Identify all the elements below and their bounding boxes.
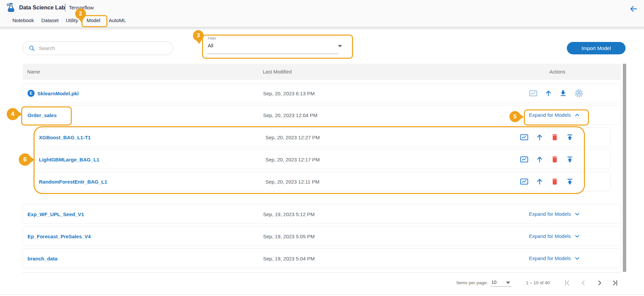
child-model-row: LightGBMLarge_BAG_L1 Sep, 20, 2023 12:17… — [33, 150, 611, 169]
expand-for-models-button[interactable]: Expand for Models — [529, 255, 581, 262]
chevron-down-icon — [574, 233, 581, 240]
next-page-button[interactable] — [596, 279, 604, 287]
metrics-chart-icon[interactable] — [529, 89, 538, 98]
column-header-last-modified: Last Modified — [263, 64, 292, 80]
last-page-button[interactable] — [611, 279, 619, 287]
dropdown-caret-icon — [338, 45, 342, 47]
table-row: Ep_Forecast_PreSales_V4 Sep, 19, 2023 5:… — [22, 226, 621, 246]
table-header: Name Last Modified Actions — [22, 64, 621, 80]
metrics-chart-icon[interactable] — [520, 133, 529, 142]
table-row: Order_sales Sep, 20, 2023 12:04 PM Expan… — [22, 105, 621, 125]
model-name-link[interactable]: SklearnModel.pkl — [37, 90, 79, 96]
metrics-chart-icon[interactable] — [520, 177, 529, 186]
annotation-step-badge: 2 — [75, 8, 86, 19]
app-title: Data Science Lab — [19, 4, 65, 11]
search-icon — [29, 45, 35, 52]
expand-for-models-label: Expand for Models — [529, 233, 571, 239]
tab-dataset[interactable]: Dataset — [41, 17, 59, 23]
move-to-top-icon[interactable] — [566, 155, 574, 163]
previous-page-button[interactable] — [579, 279, 587, 287]
last-modified-value: Sep, 19, 2023 5:12 PM — [263, 211, 314, 217]
model-name-link[interactable]: Order_sales — [28, 112, 57, 118]
table-row: Exp_WF_UPL_Seed_V1 Sep, 19, 2023 5:12 PM… — [22, 204, 621, 224]
search-input[interactable] — [38, 45, 164, 51]
app-header: Data Science Lab Tensorflow Notebook Dat… — [0, 0, 644, 27]
import-model-button[interactable]: Import Model — [567, 42, 626, 54]
tab-automl[interactable]: AutoML — [109, 17, 126, 23]
table-row: E SklearnModel.pkl Sep, 20, 2023 6:13 PM — [22, 83, 621, 103]
pagination-range: 1 – 10 of 40 — [526, 280, 550, 285]
filter-label: Filter — [208, 36, 216, 40]
delete-icon[interactable] — [551, 155, 559, 163]
model-management-page: Data Science Lab Tensorflow Notebook Dat… — [0, 0, 644, 296]
chevron-up-icon — [574, 112, 581, 118]
api-deploy-icon[interactable] — [574, 88, 584, 98]
model-type-badge: E — [28, 90, 35, 97]
chevron-down-icon — [574, 211, 581, 217]
vertical-scrollbar[interactable] — [623, 64, 626, 272]
annotation-step-badge: 5 — [509, 111, 521, 122]
annotation-step-badge: 6 — [19, 153, 31, 166]
column-header-name: Name — [27, 64, 40, 80]
back-arrow-icon[interactable] — [629, 4, 638, 13]
expand-for-models-button[interactable]: Expand for Models — [529, 112, 581, 118]
tab-utility[interactable]: Utility — [66, 17, 78, 23]
dropdown-caret-icon — [506, 282, 510, 284]
search-box[interactable] — [22, 41, 173, 55]
expand-for-models-label: Expand for Models — [529, 112, 571, 118]
child-model-row: XGBoost_BAG_L1-T1 Sep, 20, 2023 12:27 PM — [33, 128, 611, 147]
last-modified-value: Sep, 20, 2023 12:11 PM — [265, 179, 319, 185]
expand-for-models-label: Expand for Models — [529, 255, 571, 261]
items-per-page-select[interactable]: 10 — [491, 279, 511, 287]
promote-up-icon[interactable] — [536, 133, 544, 141]
filter-select[interactable]: Filter All — [207, 36, 339, 54]
move-to-top-icon[interactable] — [566, 133, 574, 141]
last-modified-value: Sep, 19, 2023 5:05 PM — [263, 233, 314, 239]
promote-up-icon[interactable] — [536, 155, 544, 163]
model-name-link[interactable]: Exp_WF_UPL_Seed_V1 — [28, 211, 84, 217]
last-modified-value: Sep, 20, 2023 12:04 PM — [263, 112, 317, 118]
expand-for-models-button[interactable]: Expand for Models — [529, 211, 581, 217]
promote-up-icon[interactable] — [544, 89, 552, 97]
annotation-step-badge: 3 — [193, 30, 204, 41]
items-per-page-label: Items per page: — [456, 280, 488, 285]
filter-value: All — [208, 43, 213, 48]
column-header-actions: Actions — [549, 64, 565, 80]
delete-icon[interactable] — [551, 178, 559, 186]
model-name-link[interactable]: RandomForestEntr_BAG_L1 — [39, 179, 107, 185]
first-page-button[interactable] — [563, 279, 571, 287]
page-bottom-edge — [0, 294, 644, 295]
annotation-step-badge: 4 — [7, 108, 19, 120]
items-per-page-value: 10 — [491, 280, 497, 285]
filter-underline — [207, 54, 339, 54]
last-modified-value: Sep, 20, 2023 6:13 PM — [263, 90, 314, 96]
download-icon[interactable] — [559, 89, 567, 97]
tab-notebook[interactable]: Notebook — [12, 17, 34, 23]
table-bottom-divider — [22, 273, 621, 273]
promote-up-icon[interactable] — [536, 178, 544, 186]
expand-for-models-label: Expand for Models — [529, 211, 571, 217]
child-model-row: RandomForestEntr_BAG_L1 Sep, 20, 2023 12… — [33, 172, 611, 191]
table-row: branch_data Sep, 19, 2023 5:04 PM Expand… — [22, 248, 621, 268]
expand-for-models-button[interactable]: Expand for Models — [529, 233, 581, 240]
app-logo-flask-icon — [6, 2, 16, 13]
last-modified-value: Sep, 20, 2023 12:17 PM — [265, 157, 320, 162]
header-shadow — [0, 27, 644, 31]
header-divider — [65, 4, 65, 11]
model-name-link[interactable]: XGBoost_BAG_L1-T1 — [39, 135, 91, 140]
tab-model[interactable]: Model — [87, 17, 100, 23]
last-modified-value: Sep, 19, 2023 5:04 PM — [263, 255, 314, 261]
metrics-chart-icon[interactable] — [520, 155, 529, 164]
last-modified-value: Sep, 20, 2023 12:27 PM — [265, 135, 320, 140]
model-name-link[interactable]: Ep_Forecast_PreSales_V4 — [28, 233, 91, 239]
model-name-link[interactable]: LightGBMLarge_BAG_L1 — [39, 157, 99, 162]
delete-icon[interactable] — [551, 133, 559, 141]
chevron-down-icon — [574, 255, 581, 262]
model-name-link[interactable]: branch_data — [28, 255, 57, 261]
move-to-top-icon[interactable] — [566, 178, 574, 186]
